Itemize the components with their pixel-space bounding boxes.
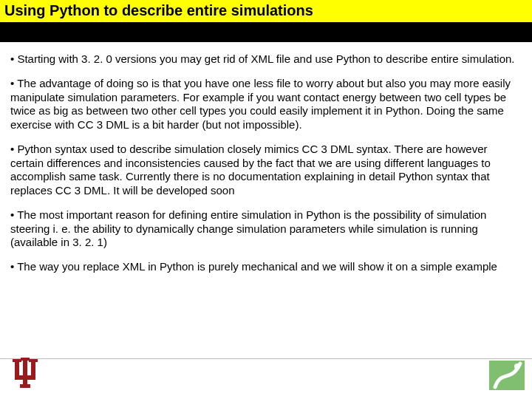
svg-rect-7	[21, 358, 30, 361]
svg-rect-5	[13, 359, 21, 362]
bullet-item: • Starting with 3. 2. 0 versions you may…	[10, 52, 520, 66]
bullet-item: • Python syntax used to describe simulat…	[10, 143, 520, 198]
bullet-item: • The most important reason for defining…	[10, 208, 520, 250]
slide-footer	[0, 358, 532, 399]
bullet-item: • The way you replace XML in Python is p…	[10, 260, 520, 274]
compucell3d-logo-icon	[488, 358, 526, 396]
svg-rect-0	[23, 359, 27, 384]
svg-rect-6	[29, 359, 38, 362]
svg-rect-3	[15, 375, 35, 380]
slide-title: Using Python to describe entire simulati…	[4, 2, 313, 18]
iu-trident-logo-icon	[10, 358, 40, 396]
header-black-strip	[0, 23, 532, 42]
slide: Using Python to describe entire simulati…	[0, 0, 532, 399]
svg-point-9	[514, 364, 520, 369]
svg-rect-4	[20, 384, 30, 388]
bullet-item: • The advantage of doing so is that you …	[10, 77, 520, 132]
slide-title-bar: Using Python to describe entire simulati…	[0, 0, 532, 23]
slide-body: • Starting with 3. 2. 0 versions you may…	[0, 42, 532, 274]
footer-divider	[0, 358, 532, 359]
